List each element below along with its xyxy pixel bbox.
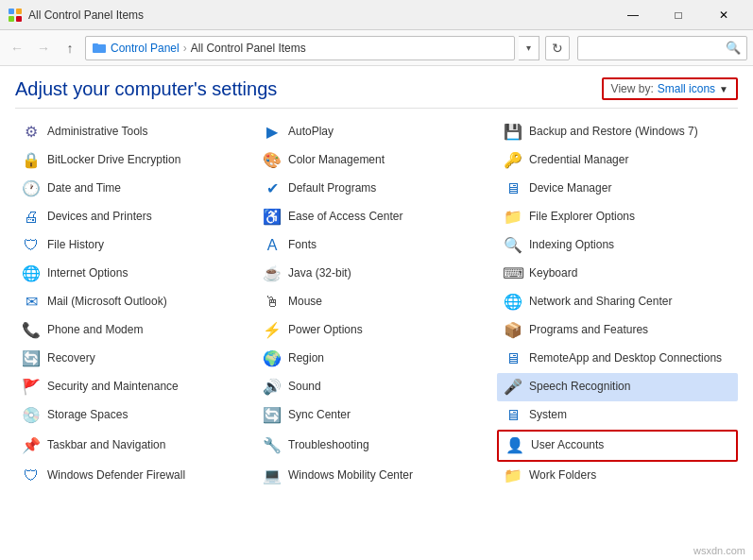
panel-item-power-options[interactable]: ⚡Power Options <box>256 316 497 345</box>
item-label-user-accounts: User Accounts <box>531 438 604 453</box>
panel-item-work-folders[interactable]: 📁Work Folders <box>497 462 738 490</box>
item-icon-fonts: A <box>262 235 282 256</box>
panel-item-credential-manager[interactable]: 🔑Credential Manager <box>497 146 738 175</box>
panel-item-date-time[interactable]: 🕐Date and Time <box>15 175 256 203</box>
panel-item-color-management[interactable]: 🎨Color Management <box>256 146 497 175</box>
item-icon-user-accounts: 👤 <box>505 435 525 456</box>
item-icon-autoplay: ▶ <box>262 122 282 143</box>
svg-rect-5 <box>93 43 98 46</box>
item-label-windows-mobility: Windows Mobility Center <box>288 468 413 484</box>
address-path[interactable]: Control Panel › All Control Panel Items <box>85 36 515 60</box>
panel-item-backup-restore[interactable]: 💾Backup and Restore (Windows 7) <box>497 118 738 146</box>
panel-item-file-history[interactable]: 🛡File History <box>15 231 256 260</box>
panel-item-sync-center[interactable]: 🔄Sync Center <box>256 401 497 430</box>
title-bar: All Control Panel Items — □ ✕ <box>0 0 753 30</box>
panel-item-default-programs[interactable]: ✔Default Programs <box>256 175 497 203</box>
view-by-arrow-icon: ▼ <box>719 84 728 94</box>
item-icon-system: 🖥 <box>503 405 523 426</box>
panel-item-remoteapp[interactable]: 🖥RemoteApp and Desktop Connections <box>497 345 738 373</box>
item-label-internet-options: Internet Options <box>47 266 128 281</box>
panel-item-storage-spaces[interactable]: 💿Storage Spaces <box>15 401 256 430</box>
panel-item-windows-defender[interactable]: 🛡Windows Defender Firewall <box>15 462 256 490</box>
panel-item-recovery[interactable]: 🔄Recovery <box>15 345 256 373</box>
panel-item-ease-of-access[interactable]: ♿Ease of Access Center <box>256 203 497 231</box>
item-icon-credential-manager: 🔑 <box>503 150 523 171</box>
panel-item-user-accounts[interactable]: 👤User Accounts <box>497 430 738 462</box>
panel-item-keyboard[interactable]: ⌨Keyboard <box>497 260 738 288</box>
panel-item-file-explorer[interactable]: 📁File Explorer Options <box>497 203 738 231</box>
panel-item-phone-modem[interactable]: 📞Phone and Modem <box>15 316 256 345</box>
item-icon-file-explorer: 📁 <box>503 207 523 228</box>
item-label-troubleshooting: Troubleshooting <box>288 438 369 453</box>
panel-item-administrative-tools[interactable]: ⚙Administrative Tools <box>15 118 256 146</box>
panel-item-region[interactable]: 🌍Region <box>256 345 497 373</box>
up-button[interactable]: ↑ <box>59 37 81 59</box>
item-label-mail: Mail (Microsoft Outlook) <box>47 295 167 310</box>
item-icon-windows-mobility: 💻 <box>262 466 282 486</box>
item-icon-taskbar-navigation: 📌 <box>21 435 42 456</box>
page-title: Adjust your computer's settings <box>15 78 277 100</box>
item-label-file-history: File History <box>47 238 104 253</box>
item-icon-sound: 🔊 <box>262 377 282 398</box>
title-bar-text: All Control Panel Items <box>28 8 611 22</box>
panel-item-fonts[interactable]: AFonts <box>256 231 497 260</box>
back-button[interactable]: ← <box>6 37 28 59</box>
item-label-system: System <box>529 408 567 423</box>
item-label-power-options: Power Options <box>288 323 363 338</box>
item-icon-backup-restore: 💾 <box>503 122 523 143</box>
item-label-administrative-tools: Administrative Tools <box>47 125 148 140</box>
minimize-button[interactable]: — <box>611 0 655 30</box>
panel-item-devices-printers[interactable]: 🖨Devices and Printers <box>15 203 256 231</box>
panel-item-java[interactable]: ☕Java (32-bit) <box>256 260 497 288</box>
panel-item-windows-mobility[interactable]: 💻Windows Mobility Center <box>256 462 497 490</box>
panel-item-programs-features[interactable]: 📦Programs and Features <box>497 316 738 345</box>
panel-item-internet-options[interactable]: 🌐Internet Options <box>15 260 256 288</box>
item-label-storage-spaces: Storage Spaces <box>47 408 128 423</box>
refresh-button[interactable]: ↻ <box>545 36 570 60</box>
panel-item-mouse[interactable]: 🖱Mouse <box>256 288 497 316</box>
search-box[interactable]: 🔍 <box>577 36 747 60</box>
item-label-speech-recognition: Speech Recognition <box>529 380 630 395</box>
panel-item-network-sharing[interactable]: 🌐Network and Sharing Center <box>497 288 738 316</box>
panel-item-indexing-options[interactable]: 🔍Indexing Options <box>497 231 738 260</box>
item-icon-security-maintenance: 🚩 <box>21 377 42 398</box>
item-label-keyboard: Keyboard <box>529 266 577 281</box>
maximize-button[interactable]: □ <box>657 0 700 30</box>
breadcrumb-segment-1[interactable]: Control Panel <box>111 42 180 55</box>
control-panel-grid: ⚙Administrative Tools▶AutoPlay💾Backup an… <box>15 118 738 490</box>
item-icon-ease-of-access: ♿ <box>262 207 282 228</box>
panel-item-taskbar-navigation[interactable]: 📌Taskbar and Navigation <box>15 430 256 462</box>
close-button[interactable]: ✕ <box>702 0 745 30</box>
panel-item-device-manager[interactable]: 🖥Device Manager <box>497 175 738 203</box>
panel-item-autoplay[interactable]: ▶AutoPlay <box>256 118 497 146</box>
panel-item-security-maintenance[interactable]: 🚩Security and Maintenance <box>15 373 256 401</box>
item-label-region: Region <box>288 351 324 366</box>
item-icon-default-programs: ✔ <box>262 178 282 199</box>
panel-item-system[interactable]: 🖥System <box>497 401 738 430</box>
header-row: Adjust your computer's settings View by:… <box>15 77 738 109</box>
item-icon-sync-center: 🔄 <box>262 405 282 426</box>
panel-item-mail[interactable]: ✉Mail (Microsoft Outlook) <box>15 288 256 316</box>
item-label-fonts: Fonts <box>288 238 317 253</box>
address-bar: ← → ↑ Control Panel › All Control Panel … <box>0 30 753 66</box>
item-icon-internet-options: 🌐 <box>21 263 42 284</box>
item-icon-troubleshooting: 🔧 <box>262 435 282 456</box>
panel-item-troubleshooting[interactable]: 🔧Troubleshooting <box>256 430 497 462</box>
view-by-value: Small icons <box>658 82 715 95</box>
svg-rect-2 <box>9 16 14 22</box>
panel-item-speech-recognition[interactable]: 🎤Speech Recognition <box>497 373 738 401</box>
item-icon-mail: ✉ <box>21 292 42 313</box>
item-label-work-folders: Work Folders <box>529 468 596 484</box>
item-icon-remoteapp: 🖥 <box>503 348 523 369</box>
panel-item-sound[interactable]: 🔊Sound <box>256 373 497 401</box>
item-icon-devices-printers: 🖨 <box>21 207 42 228</box>
item-icon-date-time: 🕐 <box>21 178 42 199</box>
forward-button[interactable]: → <box>32 37 55 59</box>
item-icon-indexing-options: 🔍 <box>503 235 523 256</box>
search-input[interactable] <box>584 42 726 55</box>
panel-item-bitlocker[interactable]: 🔒BitLocker Drive Encryption <box>15 146 256 175</box>
item-label-recovery: Recovery <box>47 351 95 366</box>
address-dropdown-button[interactable]: ▾ <box>519 36 539 60</box>
item-label-java: Java (32-bit) <box>288 266 351 281</box>
view-by-selector[interactable]: View by: Small icons ▼ <box>602 77 738 100</box>
